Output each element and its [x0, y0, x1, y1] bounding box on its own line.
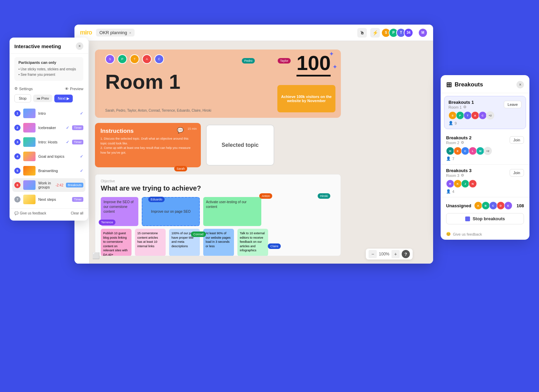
next-button[interactable]: Next ▶: [54, 95, 73, 102]
ua-avatar-2: B: [482, 201, 490, 210]
selected-topic-label: Selected topic: [222, 142, 259, 148]
ua-avatar-5: E: [504, 201, 512, 210]
r1-b-avatar-more: +2: [486, 111, 494, 120]
zoom-value: 100%: [379, 252, 389, 256]
grid-view-icon[interactable]: ⬜: [92, 252, 100, 260]
close-meeting-panel-button[interactable]: ×: [76, 42, 83, 50]
eduardo-tag: Eduardo: [148, 197, 165, 202]
breakout-feedback-link[interactable]: 😊 Give us feedback: [441, 230, 529, 240]
claire-tag: Claire: [268, 243, 281, 249]
room1-settings-icon: ⚙: [463, 105, 467, 109]
agenda-item-intro[interactable]: 1 Intro ✓: [12, 107, 85, 120]
next-label: Next: [58, 96, 66, 100]
zoom-out-button[interactable]: −: [369, 250, 377, 258]
pedro-tag: Pedro: [242, 58, 255, 64]
unassigned-label: Unassigned: [446, 203, 471, 208]
people-icon-1: 👤: [448, 121, 453, 125]
rule-2: See frame you present: [18, 72, 79, 78]
sticky-green: Activate user-testing of our content: [203, 197, 261, 226]
agenda-name-brainwriting: Brainwriting: [38, 169, 77, 173]
breakout-room-3: Breakouts 3 Room 3 ⚙ Join R K J N 👤 4: [441, 165, 529, 197]
stop-button[interactable]: Stop: [14, 94, 31, 102]
agenda-item-icebreaker[interactable]: 2 Icebreaker ✓ Timer: [12, 121, 85, 135]
stop-breakouts-label: Stop breakouts: [473, 216, 505, 221]
room3-header: Breakouts 3 Room 3 ⚙ Join: [446, 168, 524, 178]
zoom-help-button[interactable]: ?: [402, 250, 410, 258]
stop-breakouts-button[interactable]: Stop breakouts: [446, 213, 524, 224]
agenda-thumb-4: [23, 152, 36, 161]
miro-tab[interactable]: OKR planning ×: [96, 29, 135, 37]
user-avatar: M: [418, 28, 428, 38]
room1-title-text: Room 1: [105, 70, 180, 94]
close-breakouts-button[interactable]: ×: [516, 81, 524, 88]
agenda-item-goal[interactable]: 4 Goal and topics ✓: [12, 150, 85, 163]
ua-avatar-4: D: [497, 201, 505, 210]
r1-b-avatar-3: T: [464, 111, 472, 120]
room3-sub: Room 3 ⚙: [446, 173, 471, 178]
avatar-count: 34: [404, 28, 413, 38]
sparkle-icon: ✦: [329, 50, 334, 58]
unassigned-section: Unassigned A B C D E 108 Stop breakouts: [441, 197, 529, 230]
tab-close-icon[interactable]: ×: [129, 31, 131, 35]
agenda-num-4: 4: [14, 153, 20, 159]
stop-breakouts-icon: [465, 216, 470, 221]
miro-canvas[interactable]: ↩ ↖ ⬜ 😊 S P T A C Room 1 Sarah, Pedro, T…: [74, 41, 433, 264]
preview-button[interactable]: 👁 Preview: [65, 87, 83, 91]
unassigned-row: Unassigned A B C D E 108: [446, 201, 524, 210]
achieve-card: Achieve 100k visitors on the website by …: [277, 85, 335, 112]
r1-avatar-3: T: [130, 54, 139, 64]
meeting-panel-header: Interactive meeting ×: [10, 38, 88, 54]
agenda-check-3: ✓: [66, 140, 69, 144]
agenda-item-work-groups[interactable]: 6 Work in groups -2:42 Breakouts: [12, 178, 85, 192]
agenda-thumb-5: [23, 166, 36, 176]
agenda-thumb-1: [23, 109, 36, 118]
feedback-link[interactable]: 💬 Give us feedback: [14, 211, 46, 215]
unassigned-count: 108: [516, 203, 524, 208]
settings-button[interactable]: ⚙ Settings: [14, 86, 33, 91]
breakouts-panel: ⊞ Breakouts × Breakouts 1 Room 1 ⚙ Leave…: [441, 75, 529, 240]
ua-avatar-1: A: [474, 201, 482, 210]
selected-topic-card: Selected topic: [206, 125, 274, 166]
objective-title: What are we trying to achieve?: [101, 184, 335, 192]
room1-count: 👤 9: [448, 121, 522, 125]
agenda-item-next-steps[interactable]: 7 Next steps Timer: [12, 193, 85, 206]
achieve-text: Achieve 100k visitors on the website by …: [281, 95, 332, 103]
breakouts-grid-icon: ⊞: [446, 81, 452, 89]
sticky-notes-row-2: Publish 10 guest blog posts linking to c…: [101, 229, 335, 256]
agenda-item-brainwriting[interactable]: 5 Brainwriting ✓: [12, 164, 85, 178]
sticky-notes-row: Improve the SEO of our cornerstone conte…: [101, 197, 335, 226]
room3-settings-icon: ⚙: [461, 173, 464, 178]
join-room2-button[interactable]: Join: [510, 136, 524, 144]
clear-link[interactable]: Clear all: [71, 211, 83, 215]
sparkle-icon-2: ✦: [332, 63, 337, 71]
meeting-panel: Interactive meeting × Participants can o…: [10, 38, 88, 221]
agenda-item-intro-hosts[interactable]: 3 Intro: Hosts ✓ Timer: [12, 135, 85, 149]
zoom-controls: − 100% + ?: [366, 249, 413, 260]
cursor-icon-btn[interactable]: 🖱: [357, 28, 367, 38]
agenda-check-2: ✓: [66, 125, 69, 130]
prev-button[interactable]: ⏮ Prev: [33, 95, 53, 102]
hundred-sticker-area: ✦ ✦ 100: [296, 53, 331, 76]
leave-room1-button[interactable]: Leave: [504, 101, 522, 108]
prev-icon: ⏮: [37, 96, 40, 100]
sticky-green-2: Talk to 10 external editors to receive f…: [237, 229, 268, 256]
agenda-thumb-2: [23, 123, 36, 132]
room1-card: S P T A C Room 1 Sarah, Pedro, Taylor, A…: [95, 50, 341, 118]
r1-avatar-2: P: [118, 54, 127, 64]
zoom-in-button[interactable]: +: [391, 250, 400, 258]
taylor-tag: Taylor: [278, 58, 291, 64]
lightning-icon-btn[interactable]: ⚡: [370, 28, 380, 38]
feedback-icon: 💬: [14, 211, 18, 215]
room2-count: 👤 7: [446, 156, 524, 161]
r3-b-avatar-3: J: [461, 180, 469, 188]
agenda-name-work-groups: Work in groups: [38, 181, 53, 189]
instructions-card: Instructions 1. Discuss the selected top…: [95, 123, 201, 167]
join-room3-button[interactable]: Join: [510, 169, 524, 177]
preview-icon: 👁: [65, 87, 69, 91]
agenda-num-7: 7: [14, 196, 20, 202]
agenda-breakout-badge: Breakouts: [66, 183, 83, 187]
room1-avatars: S P T A C +2: [448, 111, 522, 120]
room2-sub: Room 2 ⚙: [446, 140, 471, 145]
settings-icon: ⚙: [14, 86, 18, 91]
room2-header: Breakouts 2 Room 2 ⚙ Join: [446, 135, 524, 145]
